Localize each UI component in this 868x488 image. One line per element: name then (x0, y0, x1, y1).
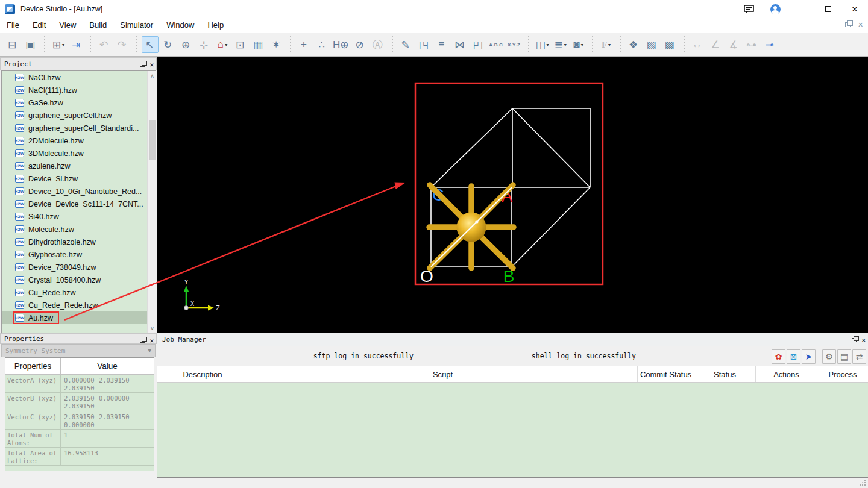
project-item[interactable]: HZW Cu_Rede_Rede.hzw (2, 299, 155, 311)
select-region-button[interactable]: ◙▾ (570, 36, 587, 53)
close-panel-icon[interactable]: ✕ (861, 337, 866, 343)
project-item[interactable]: HZW Molecule.hzw (2, 223, 155, 236)
close-button[interactable]: ✕ (841, 0, 868, 18)
select-tool-button[interactable]: ↖ (142, 36, 159, 53)
project-item[interactable]: HZW 3DMolecule.hzw (2, 147, 155, 160)
rotate-view-button[interactable]: ↻ (160, 36, 177, 53)
close-panel-icon[interactable]: ✕ (149, 337, 154, 344)
fit-view-button[interactable]: ⊡ (232, 36, 249, 53)
mdi-minimize-button[interactable]: — (831, 20, 840, 29)
project-item[interactable]: HZW graphene_superCell.hzw (2, 109, 155, 122)
account-button[interactable] (762, 0, 788, 18)
float-panel-icon[interactable] (852, 338, 857, 342)
relabel-abc-button[interactable]: A·B·C (488, 36, 505, 53)
add-atom-button[interactable]: + (296, 36, 313, 53)
menu-item-help[interactable]: Help (201, 18, 230, 33)
toolbar-button[interactable] (288, 36, 294, 54)
feedback-chat-button[interactable] (735, 0, 762, 18)
minimize-button[interactable]: — (788, 0, 815, 18)
3d-viewport[interactable]: A C O B (157, 57, 868, 333)
pan-tool-button[interactable]: ⊹ (196, 36, 213, 53)
menu-item-edit[interactable]: Edit (26, 18, 52, 33)
project-item[interactable]: HZW Device_10_0Gr_Nanotube_Red... (2, 185, 155, 198)
new-file-button[interactable]: ⊞▾ (50, 36, 67, 53)
redo-button[interactable]: ↷ (114, 36, 131, 53)
zoom-tool-button[interactable]: ⊕ (178, 36, 195, 53)
symmetry-system-dropdown[interactable]: Symmetry System ▼ (1, 344, 156, 357)
close-panel-icon[interactable]: ✕ (149, 61, 154, 68)
project-item[interactable]: HZW Cu_Rede.hzw (2, 286, 155, 299)
float-panel-icon[interactable] (140, 339, 145, 343)
project-item[interactable]: HZW NaCl.hzw (2, 71, 155, 84)
project-item[interactable]: HZW Crystal_1058400.hzw (2, 274, 155, 286)
toggle-ab-labels-button[interactable]: Ⓐ (370, 36, 387, 53)
toolbar-button[interactable] (133, 36, 139, 54)
project-scrollbar[interactable]: ∧ ∨ (147, 71, 156, 333)
project-item[interactable]: HZW Device_Device_Sc111-14_7CNT... (2, 198, 155, 210)
mirror-button[interactable]: ⋈ (452, 36, 469, 53)
select-layer-button[interactable]: ≣▾ (552, 36, 569, 53)
menu-item-build[interactable]: Build (83, 18, 113, 33)
menu-item-view[interactable]: View (52, 18, 83, 33)
menu-item-window[interactable]: Window (160, 18, 201, 33)
project-item[interactable]: HZW Device_Si.hzw (2, 172, 155, 185)
toolbar-button[interactable] (526, 36, 532, 54)
job-queue-button[interactable]: ▤ (837, 349, 851, 364)
toolbar-button[interactable] (42, 36, 48, 54)
measure-dihedral-button[interactable]: ∡ (726, 36, 743, 53)
select-molecule-button[interactable]: ◫▾ (534, 36, 551, 53)
refresh-jobs-button[interactable]: ⇄ (852, 349, 866, 364)
build-crystal-cell-button[interactable]: ▧ (644, 36, 661, 53)
sketch-bond-button[interactable]: ✎ (398, 36, 415, 53)
align-button[interactable]: ≡ (434, 36, 451, 53)
project-item[interactable]: HZW GaSe.hzw (2, 96, 155, 109)
add-fragment-button[interactable]: ∴ (314, 36, 331, 53)
relabel-xyz-button[interactable]: X·Y·Z (506, 36, 523, 53)
project-item[interactable]: HZW Au.hzw (2, 311, 155, 324)
resize-button[interactable]: ◳ (416, 36, 433, 53)
measure-ab-button[interactable]: ⊶ (744, 36, 761, 53)
job-button[interactable] (819, 349, 819, 364)
maximize-button[interactable] (815, 0, 841, 18)
mdi-close-button[interactable]: ✕ (856, 20, 865, 29)
toolbar-button[interactable] (681, 36, 687, 54)
project-item[interactable]: HZW Device_738049.hzw (2, 261, 155, 274)
save-button[interactable]: ▣ (22, 36, 39, 53)
job-settings-button[interactable]: ⚙ (822, 349, 836, 364)
menu-item-simulator[interactable]: Simulator (113, 18, 160, 33)
toolbar-button[interactable] (590, 36, 596, 54)
display-style-button[interactable]: ▦ (250, 36, 267, 53)
resize-grip[interactable] (864, 484, 866, 486)
bond-tool-button[interactable]: ⊸ (762, 36, 779, 53)
measure-angle-button[interactable]: ∠ (708, 36, 725, 53)
float-panel-icon[interactable] (140, 63, 145, 67)
project-item[interactable]: HZW 2DMolecule.hzw (2, 134, 155, 147)
project-item[interactable]: HZW Dihydrothiazole.hzw (2, 236, 155, 248)
undo-button[interactable]: ↶ (96, 36, 113, 53)
toolbar-button[interactable] (389, 36, 395, 54)
sftp-transfer-button[interactable]: ⊠ (787, 349, 800, 364)
project-item[interactable]: HZW Si40.hzw (2, 210, 155, 223)
add-hydrogen-button[interactable]: H⊕ (332, 36, 351, 53)
menu-item-file[interactable]: File (0, 18, 26, 33)
build-supercell-button[interactable]: ▩ (662, 36, 679, 53)
project-item[interactable]: HZW Glyphosate.hzw (2, 248, 155, 261)
mdi-restore-button[interactable] (843, 20, 852, 29)
scroll-up-icon[interactable]: ∧ (148, 71, 157, 80)
import-button[interactable]: ⇥ (68, 36, 85, 53)
scroll-down-icon[interactable]: ∨ (148, 324, 157, 333)
measure-distance-button[interactable]: ↔ (690, 36, 706, 53)
scrollbar-thumb[interactable] (149, 120, 156, 160)
build-cluster-button[interactable]: ❖ (626, 36, 643, 53)
transform-box-button[interactable]: ◰ (470, 36, 487, 53)
project-item[interactable]: HZW azulene.hzw (2, 160, 155, 172)
shell-terminal-button[interactable]: ✿ (772, 349, 785, 364)
force-field-button[interactable]: F▾ (598, 36, 615, 53)
open-file-button[interactable]: ⊟ (4, 36, 21, 53)
project-item[interactable]: HZW NaCl(111).hzw (2, 84, 155, 96)
delete-atom-button[interactable]: ⊘ (352, 36, 369, 53)
toolbar-button[interactable] (87, 36, 93, 54)
submit-job-button[interactable]: ➤ (802, 349, 816, 364)
toolbar-button[interactable] (617, 36, 623, 54)
auto-build-button[interactable]: ✶ (268, 36, 285, 53)
